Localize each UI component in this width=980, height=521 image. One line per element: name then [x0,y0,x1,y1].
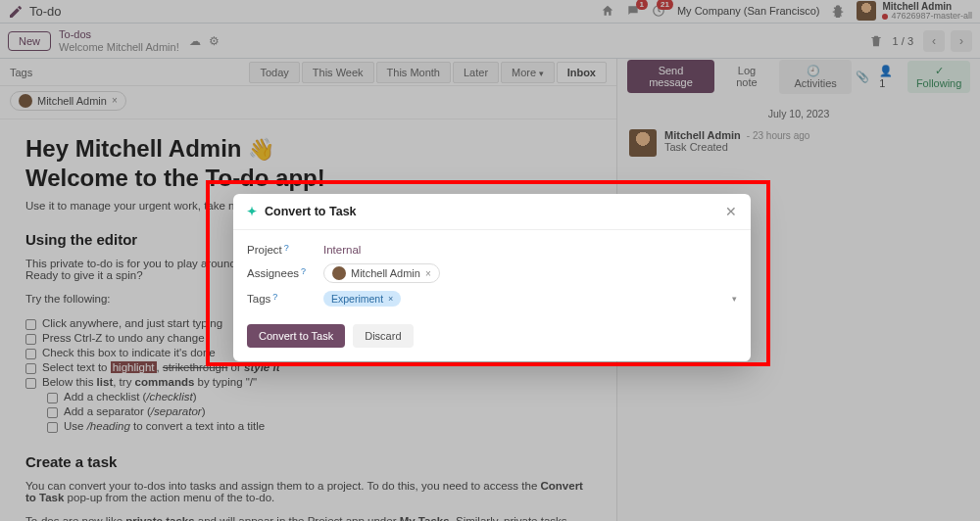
modal-header: ✦ Convert to Task ✕ [233,194,751,230]
h2-create-task: Create a task [25,453,591,470]
activities-icon[interactable]: 21 [652,4,665,18]
tag-chip[interactable]: Experiment × [323,291,401,307]
help-icon[interactable]: ? [301,266,306,276]
tags-row: Tags Today This Week This Month Later Mo… [0,59,616,86]
home-icon[interactable] [601,4,614,18]
breadcrumb-parent[interactable]: To-dos [59,28,179,41]
tab-this-month[interactable]: This Month [376,62,451,83]
convert-button[interactable]: Convert to Task [247,324,345,348]
pager-text[interactable]: 1 / 3 [893,35,913,47]
form-row-tags: Tags? Experiment × ▾ [247,287,737,310]
avatar-icon [332,266,346,280]
doc-create-p2: To-dos are now like private tasks and wi… [25,515,591,521]
project-field[interactable]: Internal [323,244,361,256]
project-label: Project? [247,244,310,256]
breadcrumb-current: Welcome Mitchell Admin! [59,41,179,54]
list-item[interactable]: Select text to highlight, strikethrough … [25,360,591,375]
checkbox-icon[interactable] [25,349,36,359]
modal-title: ✦ Convert to Task [247,205,357,218]
tags-label: Tags? [247,293,310,305]
pager-next[interactable]: › [951,30,972,52]
app-title: To-do [29,4,62,19]
checkbox-icon[interactable] [47,393,58,403]
user-database: 47626987-master-all [882,12,972,22]
checkbox-icon[interactable] [25,378,36,389]
checkbox-icon[interactable] [47,422,58,433]
list-item[interactable]: Use /heading to convert a text into a ti… [47,419,591,434]
app-icon [8,4,24,20]
cloud-save-icon[interactable]: ☁ [189,34,201,48]
modal-footer: Convert to Task Discard [233,314,751,352]
tab-today[interactable]: Today [249,62,299,83]
tab-inbox[interactable]: Inbox [557,62,607,83]
new-button[interactable]: New [8,31,51,51]
remove-tag-icon[interactable]: × [388,294,393,304]
messaging-badge: 1 [636,0,648,10]
pager-prev[interactable]: ‹ [923,30,945,52]
chatter-actions: Send message Log note 🕘Activities 📎 👤 1 … [617,59,980,94]
user-text: Mitchell Admin 47626987-master-all [882,1,972,22]
stage-tabs: Today This Week This Month Later More In… [249,62,607,83]
gear-icon[interactable]: ⚙ [209,34,220,48]
help-icon[interactable]: ? [272,292,277,302]
sparkle-icon: ✦ [247,205,257,218]
help-icon[interactable]: ? [284,243,289,253]
chatter-tools: 📎 👤 1 ✓ Following [856,61,970,93]
message-body: Task Created [664,141,809,153]
assignees-row: Mitchell Admin × [0,86,616,119]
user-menu[interactable]: Mitchell Admin 47626987-master-all [857,1,972,22]
trash-icon[interactable] [865,30,887,52]
form-row-project: Project? Internal [247,240,737,260]
list-item[interactable]: Below this list, try commands by typing … [25,375,591,390]
tab-more[interactable]: More [501,62,555,83]
checkbox-icon[interactable] [25,334,36,345]
tab-this-week[interactable]: This Week [302,62,374,83]
checkbox-icon[interactable] [25,319,36,330]
doc-title-line2: Welcome to the To-do app! [25,165,591,192]
modal-body: Project? Internal Assignees? Mitchell Ad… [233,230,751,314]
list-item[interactable]: Add a separator (/separator) [47,404,591,419]
messaging-icon[interactable]: 1 [626,4,640,18]
assignees-label: Assignees? [247,267,310,279]
header-right: 1 21 My Company (San Francisco) Mitchell… [601,1,972,22]
followers-count[interactable]: 👤 1 [879,65,898,89]
global-header: To-do 1 21 My Company (San Francisco) Mi… [0,0,980,24]
tab-later[interactable]: Later [453,62,499,83]
pager-block: 1 / 3 ‹ › [865,30,972,52]
tags-field-label[interactable]: Tags [10,67,32,78]
assignee-chip[interactable]: Mitchell Admin × [10,91,126,111]
discard-button[interactable]: Discard [353,324,413,348]
debug-icon[interactable] [831,4,845,18]
attachment-icon[interactable]: 📎 [856,71,869,83]
doc-create-p1: You can convert your to-dos into tasks a… [25,480,591,503]
close-icon[interactable]: ✕ [725,204,737,219]
breadcrumb: To-dos Welcome Mitchell Admin! [59,28,179,53]
avatar-icon [19,94,32,108]
message-author: Mitchell Admin [664,129,741,141]
checklist-nested: Add a checklist (/checklist) Add a separ… [47,390,591,434]
doc-title-line1: Hey Mitchell Admin 👋 [25,135,591,163]
company-switcher[interactable]: My Company (San Francisco) [677,5,820,17]
chevron-down-icon[interactable]: ▾ [732,294,737,304]
remove-chip-icon[interactable]: × [112,95,118,106]
convert-to-task-modal: ✦ Convert to Task ✕ Project? Internal As… [233,194,751,361]
checkbox-icon[interactable] [47,407,58,418]
activities-button[interactable]: 🕘Activities [779,60,852,94]
checkbox-icon[interactable] [25,363,36,374]
assignee-chip[interactable]: Mitchell Admin × [323,263,440,283]
log-note-button[interactable]: Log note [718,60,775,93]
activities-badge: 21 [657,0,673,10]
form-row-assignees: Assignees? Mitchell Admin × [247,260,737,287]
user-avatar [857,1,876,21]
header-left: To-do [8,4,62,20]
remove-chip-icon[interactable]: × [425,268,431,279]
chatter-date-separator: July 10, 2023 [629,108,968,119]
clock-icon: 🕘 [807,65,820,76]
follow-button[interactable]: ✓ Following [907,61,970,93]
assignee-chip-label: Mitchell Admin [37,95,107,107]
message-avatar [629,129,657,157]
send-message-button[interactable]: Send message [627,60,714,93]
breadcrumb-actions: ☁ ⚙ [189,34,220,48]
list-item[interactable]: Add a checklist (/checklist) [47,390,591,404]
wave-emoji: 👋 [248,137,274,162]
